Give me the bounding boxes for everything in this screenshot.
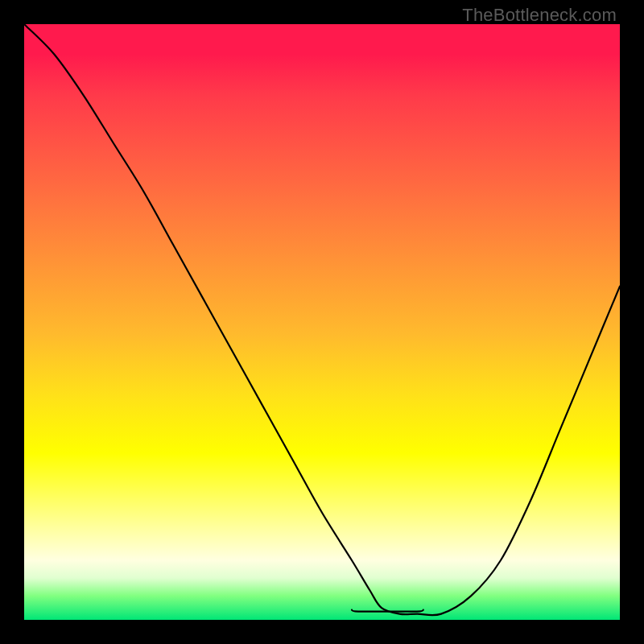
bottleneck-curve: [24, 24, 620, 615]
plot-area: [24, 24, 620, 620]
attribution-text: TheBottleneck.com: [462, 5, 617, 26]
chart-frame: TheBottleneck.com: [0, 0, 644, 644]
curve-svg: [24, 24, 620, 620]
